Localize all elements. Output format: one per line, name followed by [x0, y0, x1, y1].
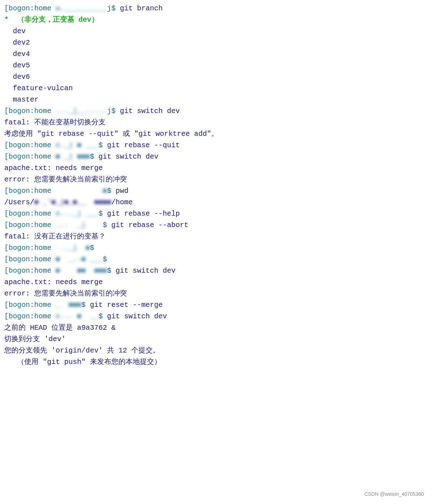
output-21: fatal: 没有正在进行的变基？ [4, 231, 106, 242]
blurred-20: ... _j [56, 220, 103, 231]
line-14: [bogon:home ■ _j ■■■ $ git switch dev [4, 151, 427, 163]
output-31: 您的分支领先 'origin/dev' 共 12 个提交。 [4, 345, 160, 356]
line-30: 切换到分支 'dev' [4, 334, 427, 345]
cmd-13: git rebase --quit [107, 140, 180, 151]
branch-dev: dev [4, 26, 26, 37]
watermark: CSDN @weixin_40705360 [364, 491, 424, 497]
prompt-20: [bogon:home [4, 220, 56, 231]
line-21: fatal: 没有正在进行的变基？ [4, 231, 427, 242]
cmd-20: git rebase --abort [111, 220, 188, 231]
blurred-19: e..._j ___ [56, 208, 98, 220]
line-19: [bogon:home e..._j ___ $ git rebase --he… [4, 208, 427, 220]
line-31: 您的分支领先 'origin/dev' 共 12 个提交。 [4, 345, 427, 356]
output-25: apache.txt: needs merge [4, 277, 103, 288]
prompt-24: [bogon:home [4, 265, 56, 277]
prompt-22b: $ [90, 242, 94, 254]
prompt-19b: $ [98, 208, 107, 220]
blurred-18: ■ _'■_j■_■__ ■■■■ [34, 197, 111, 208]
output-30: 切换到分支 'dev' [4, 334, 66, 345]
blurred-28: e... ■ __ [56, 311, 98, 322]
cmd-28: git switch dev [107, 311, 167, 322]
cmd-14: git switch dev [98, 151, 158, 163]
prompt-10b: j$ [107, 106, 120, 117]
line-1: [bogon:home w.__________ j$ git branch [4, 3, 427, 14]
branch-dev2: dev2 [4, 37, 30, 48]
output-26: error: 您需要先解决当前索引的冲突 [4, 288, 127, 299]
output-32: （使用 "git push" 来发布您的本地提交） [4, 356, 161, 368]
line-7: dev6 [4, 71, 427, 83]
cmd-24: git switch dev [116, 265, 176, 277]
line-9: master [4, 94, 427, 106]
blurred-27: _ ■■■ [56, 299, 81, 311]
cmd-19: git rebase --help [107, 208, 180, 220]
prompt-14: [bogon:home [4, 151, 56, 163]
line-6: dev5 [4, 60, 427, 71]
line-8: feature-vulcan [4, 83, 427, 94]
line-4: dev2 [4, 37, 427, 48]
line-20: [bogon:home ... _j $ git rebase --abort [4, 220, 427, 231]
line-16: error: 您需要先解决当前索引的冲突 [4, 174, 427, 185]
line-23: [bogon:home ■ _.-■ ___ $ [4, 254, 427, 265]
prompt-23: [bogon:home [4, 254, 56, 265]
branch-master: master [4, 94, 39, 106]
prompt-23b: $ [103, 254, 107, 265]
line-22: [bogon:home .._j ■ $ [4, 242, 427, 254]
prompt-1: [bogon:home [4, 3, 56, 14]
prompt-17: [bogon:home [4, 185, 56, 197]
output-18b: /home [111, 197, 133, 208]
output-29: 之前的 HEAD 位置是 a9a3762 & [4, 322, 116, 334]
prompt-13: [bogon:home [4, 140, 56, 151]
output-2: * （非分支，正变基 dev） [4, 14, 98, 26]
line-5: dev4 [4, 48, 427, 60]
line-32: （使用 "git push" 来发布您的本地提交） [4, 356, 427, 368]
line-28: [bogon:home e... ■ __ $ git switch dev [4, 311, 427, 322]
line-25: apache.txt: needs merge [4, 277, 427, 288]
cmd-27: git reset --merge [90, 299, 163, 311]
cmd-10: git switch dev [120, 106, 180, 117]
blurred-23: ■ _.-■ ___ [56, 254, 103, 265]
prompt-10: [bogon:home [4, 106, 56, 117]
branch-feature-vulcan: feature-vulcan [4, 83, 73, 94]
line-10: [bogon:home ..._j__..... j$ git switch d… [4, 106, 427, 117]
line-24: [bogon:home ■ ■■ ■■■ $ git switch dev [4, 265, 427, 277]
blurred-13: e._j ■ ___ [56, 140, 98, 151]
blurred-24: ■ ■■ ■■■ [56, 265, 107, 277]
line-18: /Users/ ■ _'■_j■_■__ ■■■■ /home [4, 197, 427, 208]
line-27: [bogon:home _ ■■■ $ git reset --merge [4, 299, 427, 311]
prompt-1b: j$ [107, 3, 120, 14]
cmd-1: git branch [120, 3, 163, 14]
line-11: fatal: 不能在变基时切换分支 [4, 117, 427, 128]
output-16: error: 您需要先解决当前索引的冲突 [4, 174, 127, 185]
output-18a: /Users/ [4, 197, 34, 208]
line-26: error: 您需要先解决当前索引的冲突 [4, 288, 427, 299]
prompt-20b: $ [103, 220, 111, 231]
prompt-17b: $ [107, 185, 116, 197]
output-11: fatal: 不能在变基时切换分支 [4, 117, 106, 128]
line-29: 之前的 HEAD 位置是 a9a3762 & [4, 322, 427, 334]
blurred-1: w.__________ [56, 3, 107, 14]
line-2: * （非分支，正变基 dev） [4, 14, 427, 26]
prompt-27b: $ [81, 299, 90, 311]
prompt-24b: $ [107, 265, 116, 277]
prompt-19: [bogon:home [4, 208, 56, 220]
prompt-14b: $ [90, 151, 98, 163]
blurred-17: ■ [56, 185, 107, 197]
line-12: 考虑使用 "git rebase --quit" 或 "git worktree… [4, 128, 427, 140]
prompt-13b: $ [98, 140, 107, 151]
blurred-10: ..._j__..... [56, 106, 107, 117]
line-13: [bogon:home e._j ■ ___ $ git rebase --qu… [4, 140, 427, 151]
terminal-window: [bogon:home w.__________ j$ git branch *… [0, 0, 431, 504]
cmd-17: pwd [116, 185, 128, 197]
prompt-27: [bogon:home [4, 299, 56, 311]
line-3: dev [4, 26, 427, 37]
output-15: apache.txt: needs merge [4, 163, 103, 174]
prompt-28: [bogon:home [4, 311, 56, 322]
blurred-14: ■ _j ■■■ [56, 151, 90, 163]
blurred-22: .._j ■ [56, 242, 90, 254]
branch-dev4: dev4 [4, 48, 30, 60]
line-17: [bogon:home ■ $ pwd [4, 185, 427, 197]
line-15: apache.txt: needs merge [4, 163, 427, 174]
prompt-22: [bogon:home [4, 242, 56, 254]
branch-dev6: dev6 [4, 71, 30, 83]
prompt-28b: $ [98, 311, 107, 322]
